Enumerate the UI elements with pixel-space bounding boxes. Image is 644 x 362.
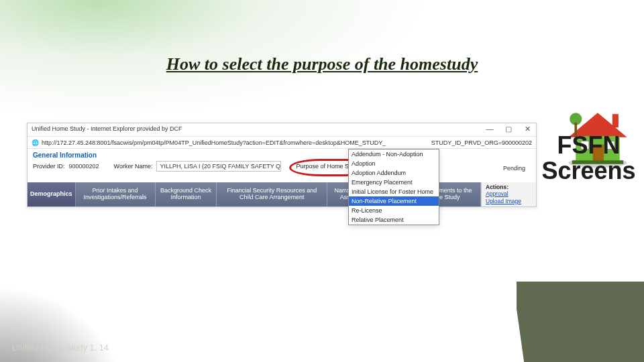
status-value: Pending (503, 165, 525, 172)
dropdown-option[interactable]: Addendum - Non-Adoption (349, 149, 439, 159)
minimize-button[interactable]: — (484, 125, 496, 133)
tab[interactable]: Financial Security Resources and Child C… (217, 182, 327, 206)
maximize-button[interactable]: ▢ (502, 125, 515, 133)
svg-rect-2 (612, 114, 619, 127)
dropdown-option[interactable]: Emergency Placement (349, 178, 439, 187)
purpose-dropdown[interactable]: Addendum - Non-AdoptionAdoptionAdoption … (348, 149, 439, 225)
globe-icon: 🌐 (32, 139, 39, 146)
browser-screenshot: Unified Home Study - Internet Explorer p… (27, 123, 537, 207)
provider-id-value: 900000202 (69, 163, 99, 170)
url-tail: STUDY_ID_PRVD_ORG=900000202 (431, 139, 532, 146)
url-text: http://172.27.45.248:8001/fsacwis/pm/pm0… (42, 139, 386, 146)
worker-name-label: Worker Name: (114, 163, 153, 170)
page-title: How to select the purpose of the homestu… (0, 52, 644, 76)
provider-id-label: Provider ID: (33, 163, 65, 170)
corner-accent (517, 282, 644, 362)
close-button[interactable]: ✕ (521, 125, 533, 133)
tab[interactable]: Background Check Information (156, 182, 217, 206)
tab[interactable]: Demographics (28, 182, 76, 206)
worker-name-value: YILLPH, LISA I (20 FSIQ FAMILY SAFETY QA (160, 163, 281, 170)
dropdown-option[interactable]: Non-Relative Placement (349, 196, 439, 206)
upload-image-link[interactable]: Upload Image (486, 198, 532, 205)
tab[interactable]: Prior Intakes and Investigations/Referra… (76, 182, 156, 206)
window-title: Unified Home Study - Internet Explorer p… (32, 125, 182, 132)
worker-name-select[interactable]: YILLPH, LISA I (20 FSIQ FAMILY SAFETY QA… (156, 161, 281, 172)
approval-link[interactable]: Approval (486, 190, 532, 198)
actions-panel: Actions: Approval Upload Image (481, 182, 536, 206)
section-header: General Information (28, 149, 536, 160)
actions-header: Actions: (486, 184, 532, 190)
dropdown-option[interactable]: Relative Placement (349, 215, 439, 225)
window-titlebar: Unified Home Study - Internet Explorer p… (28, 123, 536, 137)
right-label-block: FSFN Screens (540, 133, 637, 184)
footer-text: Unified Home Study 1. 14 (12, 343, 109, 353)
dropdown-option[interactable]: Adoption (349, 159, 439, 168)
dropdown-option[interactable]: Re-License (349, 206, 439, 215)
dropdown-option[interactable]: Adoption Addendum (349, 168, 439, 178)
dropdown-option[interactable]: Initial License for Foster Home (349, 187, 439, 196)
address-bar[interactable]: 🌐 http://172.27.45.248:8001/fsacwis/pm/p… (28, 137, 536, 149)
fsfn-screens-label: FSFN Screens (540, 133, 637, 184)
info-row: Provider ID: 900000202 Worker Name: YILL… (28, 160, 536, 175)
